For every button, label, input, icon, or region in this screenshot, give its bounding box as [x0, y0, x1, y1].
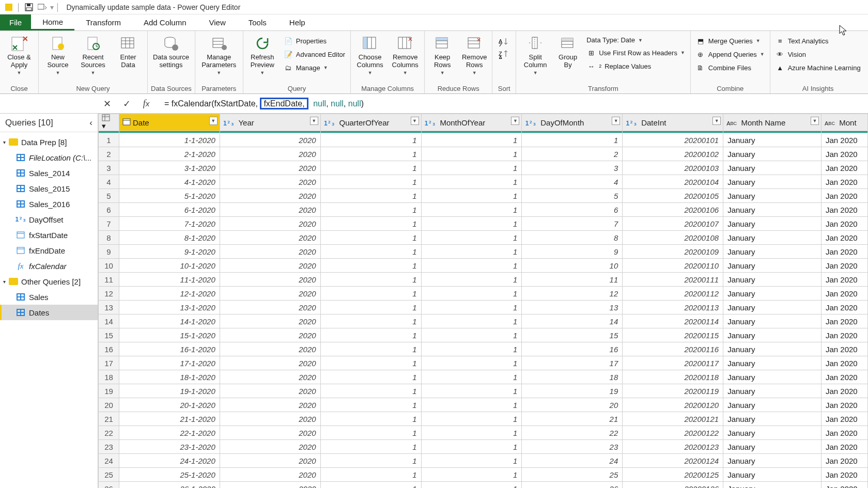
cell-date[interactable]: 20-1-2020	[119, 398, 220, 412]
column-header-dateint[interactable]: 1²₃ DateInt▼	[623, 114, 723, 131]
cell-date[interactable]: 26-1-2020	[119, 482, 220, 489]
cell-year[interactable]: 2020	[220, 245, 320, 259]
manage-query-button[interactable]: 🗂Manage ▼	[282, 62, 347, 73]
cell-monthshort[interactable]: Jan 2020	[821, 398, 867, 412]
cell-monthname[interactable]: January	[723, 217, 822, 231]
column-header-date[interactable]: Date▼	[119, 114, 220, 131]
combine-files-button[interactable]: 🗎Combine Files	[694, 62, 767, 73]
split-column-button[interactable]: Split Column▼	[519, 33, 551, 75]
cell-monthshort[interactable]: Jan 2020	[821, 384, 867, 398]
formula-text[interactable]: = fxCalendar(fxStartDate, fxEndDate, nul…	[157, 99, 364, 108]
cell-monthshort[interactable]: Jan 2020	[821, 231, 867, 245]
table-row[interactable]: 66-1-2020202011620200106JanuaryJan 2020	[99, 203, 868, 217]
cell-monthshort[interactable]: Jan 2020	[821, 301, 867, 314]
cell-dateint[interactable]: 20200104	[623, 175, 723, 189]
cell-monthshort[interactable]: Jan 2020	[821, 356, 867, 370]
cell-month[interactable]: 1	[421, 147, 522, 161]
cell-day[interactable]: 26	[522, 482, 623, 489]
filter-icon[interactable]: ▼	[712, 117, 721, 125]
cell-year[interactable]: 2020	[220, 133, 320, 147]
cell-monthname[interactable]: January	[723, 370, 822, 384]
table-corner-button[interactable]: ▾	[99, 114, 119, 131]
enter-data-button[interactable]: Enter Data	[112, 33, 144, 69]
formula-accept-button[interactable]: ✓	[118, 96, 135, 112]
cell-date[interactable]: 23-1-2020	[119, 440, 220, 454]
cell-month[interactable]: 1	[421, 161, 522, 175]
cell-day[interactable]: 14	[522, 314, 623, 328]
cell-month[interactable]: 1	[421, 203, 522, 217]
cell-monthshort[interactable]: Jan 2020	[821, 342, 867, 356]
cell-quarter[interactable]: 1	[320, 342, 421, 356]
cell-monthname[interactable]: January	[723, 259, 822, 273]
cell-month[interactable]: 1	[421, 287, 522, 301]
cell-year[interactable]: 2020	[220, 482, 320, 489]
fx-icon[interactable]: fx	[137, 96, 155, 112]
cell-quarter[interactable]: 1	[320, 231, 421, 245]
cell-day[interactable]: 7	[522, 217, 623, 231]
cell-dateint[interactable]: 20200121	[623, 412, 723, 426]
cell-month[interactable]: 1	[421, 314, 522, 328]
table-row[interactable]: 77-1-2020202011720200107JanuaryJan 2020	[99, 217, 868, 231]
cell-quarter[interactable]: 1	[320, 454, 421, 468]
cell-date[interactable]: 16-1-2020	[119, 342, 220, 356]
cell-date[interactable]: 7-1-2020	[119, 217, 220, 231]
cell-dateint[interactable]: 20200125	[623, 468, 723, 482]
cell-dateint[interactable]: 20200105	[623, 189, 723, 203]
table-row[interactable]: 2121-1-20202020112120200121JanuaryJan 20…	[99, 412, 868, 426]
cell-year[interactable]: 2020	[220, 426, 320, 440]
cell-dateint[interactable]: 20200112	[623, 287, 723, 301]
folder-data-prep[interactable]: ▾Data Prep [8]	[0, 134, 98, 150]
cell-year[interactable]: 2020	[220, 231, 320, 245]
filter-icon[interactable]: ▼	[209, 117, 218, 125]
cell-month[interactable]: 1	[421, 370, 522, 384]
tab-home[interactable]: Home	[31, 14, 74, 30]
cell-monthshort[interactable]: Jan 2020	[821, 328, 867, 342]
cell-quarter[interactable]: 1	[320, 426, 421, 440]
cell-quarter[interactable]: 1	[320, 259, 421, 273]
table-row[interactable]: 88-1-2020202011820200108JanuaryJan 2020	[99, 231, 868, 245]
vision-button[interactable]: 👁Vision	[773, 49, 863, 60]
column-header-quarter[interactable]: 1²₃ QuarterOfYear▼	[320, 114, 421, 131]
cell-monthname[interactable]: January	[723, 161, 822, 175]
cell-date[interactable]: 10-1-2020	[119, 259, 220, 273]
cell-day[interactable]: 2	[522, 147, 623, 161]
cell-day[interactable]: 17	[522, 356, 623, 370]
cell-day[interactable]: 13	[522, 301, 623, 314]
cell-date[interactable]: 9-1-2020	[119, 245, 220, 259]
cell-quarter[interactable]: 1	[320, 482, 421, 489]
cell-quarter[interactable]: 1	[320, 189, 421, 203]
cell-quarter[interactable]: 1	[320, 245, 421, 259]
cell-dateint[interactable]: 20200111	[623, 273, 723, 287]
column-header-monthname[interactable]: ABC Month Name▼	[723, 114, 822, 131]
cell-date[interactable]: 11-1-2020	[119, 273, 220, 287]
cell-dateint[interactable]: 20200110	[623, 259, 723, 273]
merge-queries-button[interactable]: ⬒Merge Queries ▼	[694, 35, 767, 46]
cell-year[interactable]: 2020	[220, 217, 320, 231]
cell-dateint[interactable]: 20200115	[623, 328, 723, 342]
query-fxenddate[interactable]: fxEndDate	[0, 243, 98, 258]
cell-dateint[interactable]: 20200102	[623, 147, 723, 161]
query-sales-2016[interactable]: Sales_2016	[0, 196, 98, 212]
table-row[interactable]: 1616-1-20202020111620200116JanuaryJan 20…	[99, 342, 868, 356]
cell-monthshort[interactable]: Jan 2020	[821, 133, 867, 147]
cell-year[interactable]: 2020	[220, 161, 320, 175]
cell-dateint[interactable]: 20200106	[623, 203, 723, 217]
cell-day[interactable]: 20	[522, 398, 623, 412]
table-row[interactable]: 1212-1-20202020111220200112JanuaryJan 20…	[99, 287, 868, 301]
cell-monthshort[interactable]: Jan 2020	[821, 314, 867, 328]
cell-dateint[interactable]: 20200124	[623, 454, 723, 468]
cell-date[interactable]: 15-1-2020	[119, 328, 220, 342]
cell-year[interactable]: 2020	[220, 203, 320, 217]
formula-cancel-button[interactable]: ✕	[98, 96, 116, 112]
cell-year[interactable]: 2020	[220, 287, 320, 301]
filter-icon[interactable]: ▼	[612, 117, 620, 125]
group-by-button[interactable]: Group By	[554, 33, 581, 69]
cell-year[interactable]: 2020	[220, 273, 320, 287]
query-dayoffset[interactable]: 1²₃DayOffset	[0, 212, 98, 227]
cell-day[interactable]: 15	[522, 328, 623, 342]
cell-day[interactable]: 8	[522, 231, 623, 245]
cell-monthshort[interactable]: Jan 2020	[821, 412, 867, 426]
cell-monthname[interactable]: January	[723, 426, 822, 440]
cell-date[interactable]: 21-1-2020	[119, 412, 220, 426]
table-row[interactable]: 11-1-2020202011120200101JanuaryJan 2020	[99, 133, 868, 147]
